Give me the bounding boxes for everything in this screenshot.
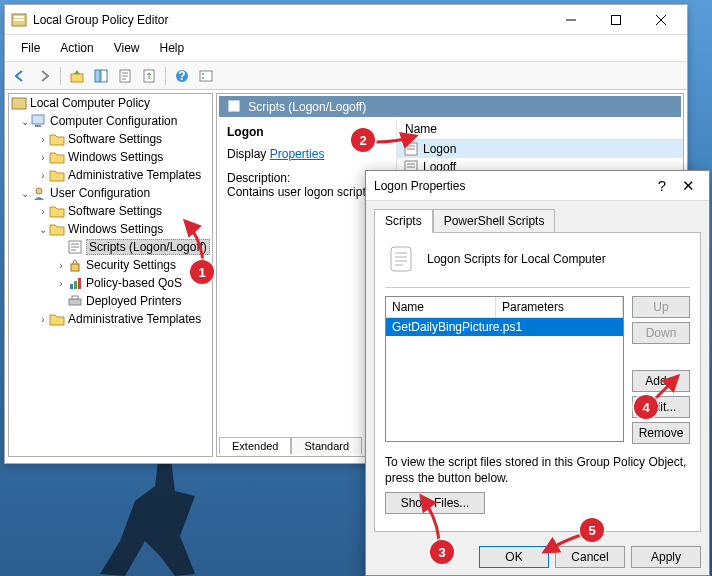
- scroll-icon: [385, 243, 417, 275]
- expand-icon[interactable]: ›: [37, 170, 49, 181]
- dialog-titlebar: Logon Properties ? ✕: [366, 171, 709, 201]
- menu-view[interactable]: View: [104, 37, 150, 59]
- desktop-silhouette: [100, 446, 240, 576]
- properties-link[interactable]: Properties: [270, 147, 325, 161]
- svg-rect-23: [69, 299, 81, 305]
- svg-rect-15: [32, 115, 44, 124]
- app-icon: [11, 12, 27, 28]
- menu-action[interactable]: Action: [50, 37, 103, 59]
- tree-comp-software[interactable]: › Software Settings: [9, 130, 212, 148]
- svg-rect-11: [200, 71, 212, 81]
- qos-icon: [67, 276, 83, 290]
- expand-icon[interactable]: ›: [37, 314, 49, 325]
- tree-security[interactable]: › Security Settings: [9, 256, 212, 274]
- minimize-button[interactable]: [548, 6, 593, 34]
- expand-icon[interactable]: ⌄: [19, 116, 31, 127]
- svg-rect-3: [611, 15, 620, 24]
- close-button[interactable]: ✕: [675, 177, 701, 195]
- detail-category: Logon: [227, 125, 386, 139]
- forward-button[interactable]: [33, 65, 55, 87]
- dialog-title: Logon Properties: [374, 179, 649, 193]
- tab-standard[interactable]: Standard: [291, 437, 362, 454]
- svg-rect-22: [78, 278, 81, 289]
- svg-point-13: [202, 77, 204, 79]
- export-button[interactable]: [138, 65, 160, 87]
- tab-extended[interactable]: Extended: [219, 437, 291, 454]
- close-button[interactable]: [638, 6, 683, 34]
- tree-computer-config[interactable]: ⌄ Computer Configuration: [9, 112, 212, 130]
- list-item-logon[interactable]: Logon: [397, 140, 683, 158]
- tab-powershell[interactable]: PowerShell Scripts: [433, 209, 556, 233]
- back-button[interactable]: [9, 65, 31, 87]
- col-name[interactable]: Name: [386, 297, 496, 317]
- svg-rect-4: [71, 74, 83, 82]
- expand-icon[interactable]: ›: [37, 206, 49, 217]
- svg-rect-1: [14, 16, 24, 18]
- remove-button[interactable]: Remove: [632, 422, 690, 444]
- tree-qos[interactable]: › Policy-based QoS: [9, 274, 212, 292]
- scripts-icon: [67, 240, 83, 254]
- tree-scripts[interactable]: Scripts (Logon/Logoff): [9, 238, 212, 256]
- expand-icon[interactable]: ⌄: [19, 188, 31, 199]
- bottom-tabs: Extended Standard: [219, 437, 362, 454]
- tree-comp-windows[interactable]: › Windows Settings: [9, 148, 212, 166]
- filter-button[interactable]: [195, 65, 217, 87]
- svg-text:?: ?: [178, 69, 185, 83]
- tree-user-windows[interactable]: ⌄ Windows Settings: [9, 220, 212, 238]
- expand-icon[interactable]: ›: [37, 152, 49, 163]
- scripts-listbox[interactable]: Name Parameters GetDailyBingPicture.ps1: [385, 296, 624, 442]
- up-button[interactable]: Up: [632, 296, 690, 318]
- add-button[interactable]: Add...: [632, 370, 690, 392]
- apply-button[interactable]: Apply: [631, 546, 701, 568]
- maximize-button[interactable]: [593, 6, 638, 34]
- expand-icon[interactable]: ›: [37, 134, 49, 145]
- column-header[interactable]: Name: [397, 119, 683, 140]
- properties-button[interactable]: [114, 65, 136, 87]
- help-button[interactable]: ?: [649, 177, 675, 194]
- tree-pane[interactable]: Local Computer Policy ⌄ Computer Configu…: [8, 93, 213, 457]
- help-button[interactable]: ?: [171, 65, 193, 87]
- edit-button[interactable]: Edit...: [632, 396, 690, 418]
- svg-point-12: [202, 73, 204, 75]
- script-row[interactable]: GetDailyBingPicture.ps1: [386, 318, 623, 336]
- col-parameters[interactable]: Parameters: [496, 297, 623, 317]
- ok-button[interactable]: OK: [479, 546, 549, 568]
- expand-icon[interactable]: ›: [55, 260, 67, 271]
- scripts-heading: Logon Scripts for Local Computer: [427, 252, 606, 266]
- tree-printers[interactable]: Deployed Printers: [9, 292, 212, 310]
- show-hide-tree-button[interactable]: [90, 65, 112, 87]
- folder-icon: [49, 132, 65, 146]
- folder-icon: [49, 150, 65, 164]
- expand-icon[interactable]: ›: [55, 278, 67, 289]
- expand-icon[interactable]: ⌄: [37, 224, 49, 235]
- tree-user-config[interactable]: ⌄ User Configuration: [9, 184, 212, 202]
- show-files-button[interactable]: Show Files...: [385, 492, 485, 514]
- logon-properties-dialog: Logon Properties ? ✕ Scripts PowerShell …: [365, 170, 710, 576]
- folder-icon: [49, 222, 65, 236]
- hint-text: To view the script files stored in this …: [385, 454, 690, 486]
- svg-rect-21: [74, 281, 77, 289]
- menu-help[interactable]: Help: [150, 37, 195, 59]
- tree-root[interactable]: Local Computer Policy: [9, 94, 212, 112]
- menu-file[interactable]: File: [11, 37, 50, 59]
- script-icon: [403, 142, 419, 156]
- up-level-button[interactable]: [66, 65, 88, 87]
- svg-rect-14: [12, 98, 26, 109]
- display-label: Display: [227, 147, 266, 161]
- tree-comp-admin[interactable]: › Administrative Templates: [9, 166, 212, 184]
- cancel-button[interactable]: Cancel: [555, 546, 625, 568]
- tree-user-admin[interactable]: › Administrative Templates: [9, 310, 212, 328]
- titlebar: Local Group Policy Editor: [5, 5, 687, 35]
- svg-rect-19: [71, 264, 79, 271]
- user-icon: [31, 186, 47, 200]
- svg-rect-6: [101, 70, 107, 82]
- computer-icon: [31, 114, 47, 128]
- down-button[interactable]: Down: [632, 322, 690, 344]
- svg-rect-25: [229, 101, 240, 112]
- tree-user-software[interactable]: › Software Settings: [9, 202, 212, 220]
- col-name: Name: [397, 122, 437, 136]
- detail-header: Scripts (Logon/Logoff): [219, 96, 681, 117]
- svg-rect-16: [35, 125, 41, 127]
- svg-rect-20: [70, 284, 73, 289]
- tab-scripts[interactable]: Scripts: [374, 209, 433, 233]
